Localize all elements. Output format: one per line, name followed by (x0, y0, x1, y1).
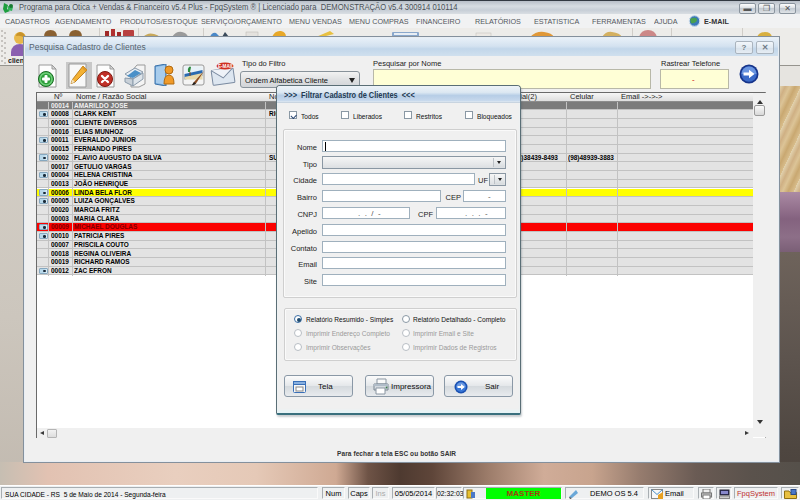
svg-text:E-MAIL: E-MAIL (218, 64, 234, 69)
